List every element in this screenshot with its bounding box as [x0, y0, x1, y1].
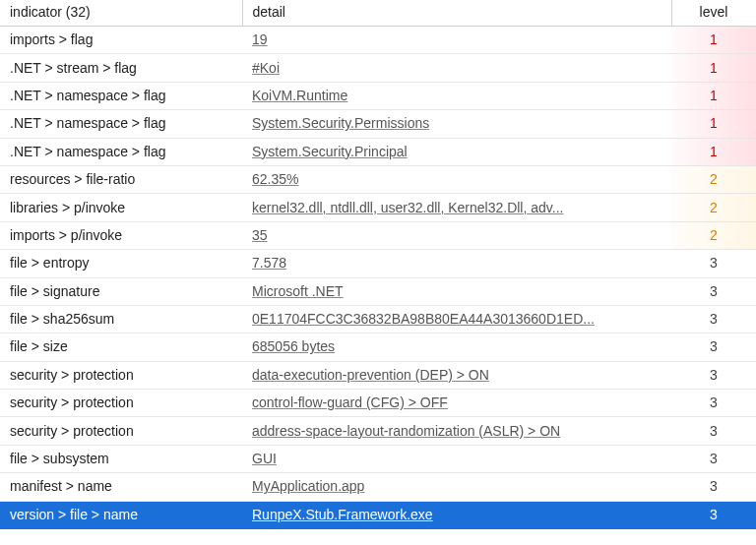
cell-level: 3 — [671, 277, 756, 305]
cell-level: 1 — [671, 54, 756, 82]
table-row[interactable]: .NET > namespace > flagSystem.Security.P… — [0, 110, 756, 138]
cell-level: 3 — [671, 390, 756, 417]
cell-indicator: security > protection — [0, 390, 242, 417]
table-header-row: indicator (32) detail level — [0, 0, 756, 27]
header-level[interactable]: level — [671, 0, 756, 27]
cell-indicator: file > subsystem — [0, 445, 242, 472]
cell-level: 3 — [671, 473, 756, 501]
cell-detail[interactable]: System.Security.Permissions — [242, 110, 671, 138]
cell-detail[interactable]: 19 — [242, 27, 671, 54]
cell-detail[interactable]: 35 — [242, 221, 671, 249]
cell-level: 3 — [671, 333, 756, 361]
cell-indicator: .NET > namespace > flag — [0, 110, 242, 138]
indicators-table: indicator (32) detail level imports > fl… — [0, 0, 756, 529]
cell-indicator: version > file > name — [0, 501, 242, 528]
cell-level: 1 — [671, 110, 756, 138]
cell-indicator: .NET > namespace > flag — [0, 138, 242, 165]
cell-level: 3 — [671, 250, 756, 277]
cell-indicator: imports > flag — [0, 27, 242, 54]
table-row[interactable]: libraries > p/invokekernel32.dll, ntdll.… — [0, 194, 756, 221]
table-row[interactable]: security > protectionaddress-space-layou… — [0, 417, 756, 445]
cell-indicator: file > sha256sum — [0, 305, 242, 333]
table-row[interactable]: imports > p/invoke352 — [0, 221, 756, 249]
table-row[interactable]: file > size685056 bytes3 — [0, 333, 756, 361]
cell-detail[interactable]: kernel32.dll, ntdll.dll, user32.dll, Ker… — [242, 194, 671, 221]
table-row[interactable]: file > sha256sum0E11704FCC3C36832BA98B80… — [0, 305, 756, 333]
cell-indicator: file > size — [0, 333, 242, 361]
cell-detail[interactable]: GUI — [242, 445, 671, 472]
cell-detail[interactable]: 62.35% — [242, 165, 671, 193]
cell-detail[interactable]: System.Security.Principal — [242, 138, 671, 165]
cell-detail[interactable]: control-flow-guard (CFG) > OFF — [242, 390, 671, 417]
cell-level: 1 — [671, 27, 756, 54]
table-row[interactable]: imports > flag191 — [0, 27, 756, 54]
table-row[interactable]: version > file > nameRunpeX.Stub.Framewo… — [0, 501, 756, 528]
cell-indicator: .NET > stream > flag — [0, 54, 242, 82]
table-row[interactable]: file > signatureMicrosoft .NET3 — [0, 277, 756, 305]
cell-level: 1 — [671, 82, 756, 109]
cell-level: 2 — [671, 194, 756, 221]
cell-indicator: file > signature — [0, 277, 242, 305]
cell-detail[interactable]: Microsoft .NET — [242, 277, 671, 305]
header-detail[interactable]: detail — [242, 0, 671, 27]
cell-detail[interactable]: 0E11704FCC3C36832BA98B80EA44A3013660D1ED… — [242, 305, 671, 333]
cell-level: 1 — [671, 138, 756, 165]
cell-level: 3 — [671, 445, 756, 472]
table-row[interactable]: file > subsystemGUI3 — [0, 445, 756, 472]
cell-indicator: security > protection — [0, 417, 242, 445]
table-row[interactable]: .NET > namespace > flagKoiVM.Runtime1 — [0, 82, 756, 109]
table-row[interactable]: .NET > stream > flag#Koi1 — [0, 54, 756, 82]
cell-indicator: security > protection — [0, 361, 242, 389]
cell-detail[interactable]: 7.578 — [242, 250, 671, 277]
cell-detail[interactable]: 685056 bytes — [242, 333, 671, 361]
cell-detail[interactable]: #Koi — [242, 54, 671, 82]
table-body: indicator (32) detail level imports > fl… — [0, 0, 756, 529]
cell-indicator: .NET > namespace > flag — [0, 82, 242, 109]
cell-indicator: manifest > name — [0, 473, 242, 501]
cell-detail[interactable]: RunpeX.Stub.Framework.exe — [242, 501, 671, 528]
cell-level: 3 — [671, 501, 756, 528]
table-row[interactable]: manifest > nameMyApplication.app3 — [0, 473, 756, 501]
table-row[interactable]: resources > file-ratio62.35%2 — [0, 165, 756, 193]
cell-indicator: resources > file-ratio — [0, 165, 242, 193]
header-indicator[interactable]: indicator (32) — [0, 0, 242, 27]
table-row[interactable]: security > protectioncontrol-flow-guard … — [0, 390, 756, 417]
cell-level: 3 — [671, 361, 756, 389]
cell-indicator: libraries > p/invoke — [0, 194, 242, 221]
cell-detail[interactable]: KoiVM.Runtime — [242, 82, 671, 109]
table-row[interactable]: .NET > namespace > flagSystem.Security.P… — [0, 138, 756, 165]
table-row[interactable]: file > entropy7.5783 — [0, 250, 756, 277]
cell-detail[interactable]: address-space-layout-randomization (ASLR… — [242, 417, 671, 445]
cell-indicator: imports > p/invoke — [0, 221, 242, 249]
cell-detail[interactable]: MyApplication.app — [242, 473, 671, 501]
cell-level: 2 — [671, 221, 756, 249]
cell-indicator: file > entropy — [0, 250, 242, 277]
cell-level: 3 — [671, 305, 756, 333]
cell-level: 3 — [671, 417, 756, 445]
table-row[interactable]: security > protectiondata-execution-prev… — [0, 361, 756, 389]
cell-detail[interactable]: data-execution-prevention (DEP) > ON — [242, 361, 671, 389]
cell-level: 2 — [671, 165, 756, 193]
